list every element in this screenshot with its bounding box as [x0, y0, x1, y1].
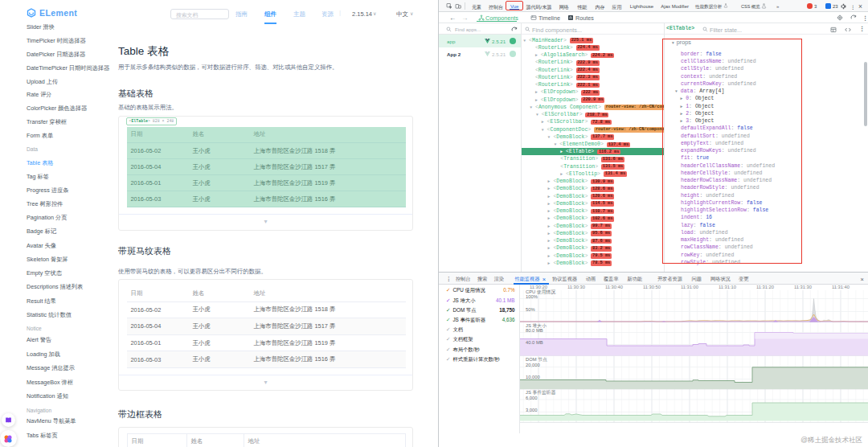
svg-text:6,000: 6,000: [526, 396, 538, 400]
svg-text:11:31:40: 11:31:40: [831, 285, 849, 289]
svg-text:11:30:50: 11:30:50: [642, 285, 660, 289]
svg-text:50%: 50%: [526, 307, 535, 312]
svg-text:11:31:20: 11:31:20: [755, 285, 773, 289]
svg-text:10,000: 10,000: [526, 375, 540, 379]
svg-text:JS 堆大小: JS 堆大小: [526, 323, 547, 328]
svg-text:20,000: 20,000: [526, 363, 540, 367]
svg-text:80.0 MB: 80.0 MB: [526, 328, 543, 333]
svg-text:11:30:40: 11:30:40: [604, 285, 622, 289]
svg-text:11:31:00: 11:31:00: [680, 285, 698, 289]
svg-text:11:30:30: 11:30:30: [567, 285, 584, 289]
svg-text:DOM 节点: DOM 节点: [526, 357, 547, 362]
svg-text:40.0 MB: 40.0 MB: [526, 340, 543, 345]
svg-text:100%: 100%: [526, 294, 538, 299]
svg-text:11:31:10: 11:31:10: [718, 285, 735, 289]
svg-text:3,000: 3,000: [526, 408, 538, 412]
svg-text:11:31:30: 11:31:30: [793, 285, 811, 289]
